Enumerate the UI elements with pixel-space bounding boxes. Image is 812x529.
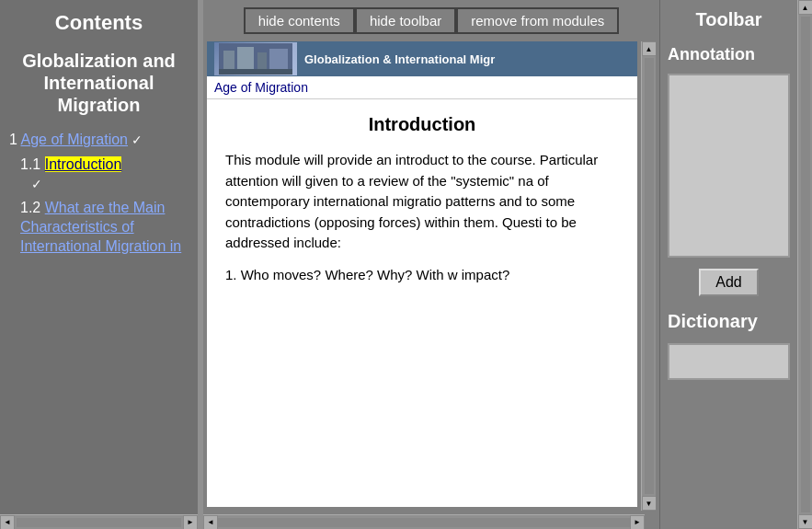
right-scroll-down-btn[interactable]: ▼ <box>798 514 813 529</box>
right-panel: Toolbar Annotation Add Dictionary <box>659 0 797 529</box>
module-header-text: Globalization & International Migr <box>297 52 630 66</box>
sidebar-scrollbar-horizontal[interactable]: ◄ ► <box>0 514 198 529</box>
item-1-check: ✓ <box>132 132 143 147</box>
module-subtitle: Age of Migration <box>207 76 637 99</box>
sidebar-subitem-1-1[interactable]: 1.1 Introduction ✓ <box>9 155 189 194</box>
right-scroll-up-btn[interactable]: ▲ <box>798 0 813 15</box>
module-header-image <box>214 42 297 75</box>
main-wrapper: hide contents hide toolbar remove from m… <box>203 0 812 529</box>
toolbar-area: hide contents hide toolbar remove from m… <box>203 0 659 41</box>
hide-toolbar-button[interactable]: hide toolbar <box>355 7 456 34</box>
content-body: Introduction This module will provide an… <box>207 99 637 311</box>
toolbar-label: Toolbar <box>660 0 797 40</box>
sidebar-content: 1 Age of Migration ✓ 1.1 Introduction ✓ … <box>0 123 198 514</box>
subitem-1-2-link[interactable]: What are the Main Characteristics of Int… <box>20 200 181 254</box>
annotation-box[interactable] <box>668 74 790 258</box>
dictionary-box[interactable] <box>668 343 790 380</box>
content-scroll-down-btn[interactable]: ▼ <box>642 496 657 511</box>
right-scroll-track-v <box>801 17 810 512</box>
content-frame: Globalization & International Migr Age o… <box>207 41 637 507</box>
subitem-1-1-link[interactable]: Introduction <box>45 156 122 172</box>
sidebar-scroll-track-h <box>17 518 181 527</box>
item-1-number: 1 <box>9 132 20 147</box>
sidebar-header: Contents <box>0 0 198 42</box>
dictionary-label: Dictionary <box>660 304 797 339</box>
content-scrollbar-v[interactable]: ▲ ▼ <box>641 41 656 511</box>
annotation-label: Annotation <box>660 40 797 70</box>
right-panel-scrollbar-v[interactable]: ▲ ▼ <box>797 0 812 529</box>
content-scroll-up-btn[interactable]: ▲ <box>642 41 657 56</box>
sidebar-module-title: Globalization and International Migratio… <box>0 42 198 123</box>
sidebar-subitem-1-2[interactable]: 1.2 What are the Main Characteristics of… <box>9 199 189 256</box>
module-header: Globalization & International Migr <box>207 41 637 76</box>
sidebar-scroll-left-btn[interactable]: ◄ <box>0 515 15 530</box>
item-1-link[interactable]: Age of Migration <box>20 132 128 147</box>
subitem-1-2-number: 1.2 <box>20 200 45 215</box>
hide-contents-button[interactable]: hide contents <box>244 7 355 34</box>
sidebar-item-1[interactable]: 1 Age of Migration ✓ <box>9 131 189 150</box>
content-scroll-track-h <box>218 518 630 527</box>
add-button[interactable]: Add <box>699 269 758 296</box>
svg-rect-5 <box>219 69 292 75</box>
section-title: Introduction <box>225 114 619 135</box>
content-paragraph-1: This module will provide an introduct to… <box>225 150 619 254</box>
subitem-1-1-number: 1.1 <box>20 156 45 172</box>
content-scroll-track-v <box>645 58 654 494</box>
remove-from-modules-button[interactable]: remove from modules <box>456 7 619 34</box>
content-question-1: 1. Who moves? Where? Why? With w impact? <box>225 265 619 286</box>
subitem-1-1-check: ✓ <box>20 177 42 191</box>
content-scroll-left-btn[interactable]: ◄ <box>203 515 218 530</box>
content-scroll-right-btn[interactable]: ► <box>630 515 645 530</box>
right-panel-wrapper: Toolbar Annotation Add Dictionary ▲ ▼ <box>659 0 812 529</box>
content-scrollbar-h[interactable]: ◄ ► <box>203 514 645 529</box>
sidebar: Contents Globalization and International… <box>0 0 198 529</box>
sidebar-scroll-right-btn[interactable]: ► <box>183 515 198 530</box>
center-column: hide contents hide toolbar remove from m… <box>203 0 659 529</box>
